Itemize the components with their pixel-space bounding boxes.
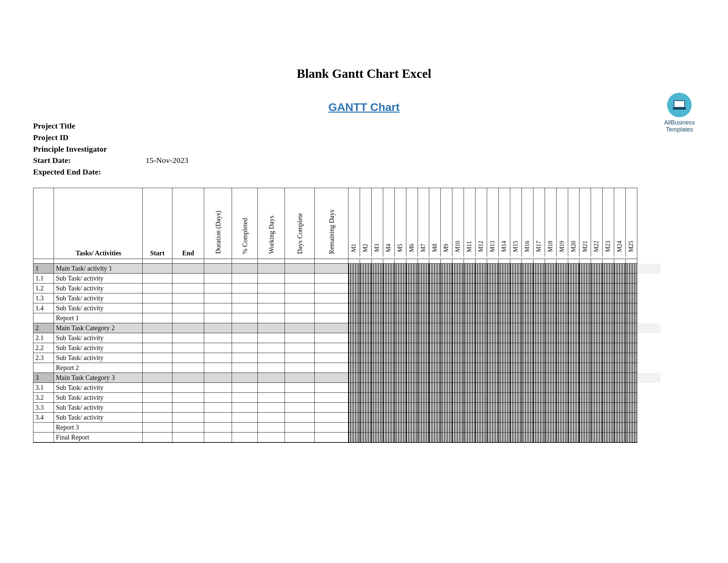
cell-dur	[204, 353, 232, 363]
cell-dc	[285, 413, 315, 423]
cell-task: Main Task Category 2	[54, 323, 143, 333]
cell-months	[348, 413, 637, 423]
cell-start	[143, 393, 172, 403]
cell-idx	[33, 363, 54, 373]
cell-dc	[285, 343, 315, 353]
task-row: 1.4Sub Task/ activity	[33, 304, 637, 313]
task-row: 3.2Sub Task/ activity	[33, 393, 637, 403]
cell-dc	[285, 433, 315, 443]
task-row: Report 2	[33, 363, 637, 373]
cell-pct	[232, 313, 258, 323]
hdr-month-m1: M1	[348, 188, 360, 257]
cell-idx: 2.1	[33, 333, 54, 343]
cell-dur	[204, 383, 232, 393]
row-overflow-shade	[637, 373, 660, 383]
cell-task	[54, 259, 143, 263]
hdr-duration: Duration (Days)	[204, 188, 232, 259]
cell-idx: 1.1	[33, 273, 54, 284]
cell-wrk	[258, 294, 285, 304]
hdr-month-m4: M4	[383, 188, 395, 257]
cell-months	[348, 273, 637, 284]
cell-end	[172, 273, 204, 284]
cell-start	[143, 403, 172, 413]
cell-rem	[315, 273, 348, 284]
cell-dc	[285, 313, 315, 323]
cell-dc	[285, 373, 315, 383]
task-row: Report 1	[33, 313, 637, 323]
cell-pct	[232, 383, 258, 393]
cell-end	[172, 403, 204, 413]
cell-idx: 2.3	[33, 353, 54, 363]
cell-idx: 1.4	[33, 304, 54, 313]
brand-name: AllBusinessTemplates	[664, 119, 695, 133]
cell-task: Sub Task/ activity	[54, 393, 143, 403]
cell-dur	[204, 333, 232, 343]
cell-task: Main Task Category 3	[54, 373, 143, 383]
cell-end	[172, 343, 204, 353]
cell-task: Report 1	[54, 313, 143, 323]
cell-dur	[204, 363, 232, 373]
cell-dc	[285, 353, 315, 363]
cell-pct	[232, 393, 258, 403]
task-row: 1Main Task/ activity 1	[33, 263, 637, 273]
cell-idx: 1.3	[33, 294, 54, 304]
cell-months	[348, 294, 637, 304]
cell-rem	[315, 383, 348, 393]
cell-pct	[232, 273, 258, 284]
cell-wrk	[258, 433, 285, 443]
hdr-month-m12: M12	[476, 188, 487, 257]
cell-pct	[232, 363, 258, 373]
hdr-month-m23: M23	[603, 188, 614, 257]
task-row: 2.3Sub Task/ activity	[33, 353, 637, 363]
cell-wrk	[258, 353, 285, 363]
hdr-month-m22: M22	[591, 188, 603, 257]
cell-task: Main Task/ activity 1	[54, 263, 143, 273]
cell-dur	[204, 393, 232, 403]
task-row: 3.4Sub Task/ activity	[33, 413, 637, 423]
cell-dc	[285, 363, 315, 373]
task-row: 3.3Sub Task/ activity	[33, 403, 637, 413]
cell-idx: 3	[33, 373, 54, 383]
cell-wrk	[258, 403, 285, 413]
cell-wrk	[258, 343, 285, 353]
hdr-month-m17: M17	[533, 188, 545, 257]
cell-start	[143, 433, 172, 443]
cell-dur	[204, 273, 232, 284]
cell-months	[348, 304, 637, 313]
cell-dc	[285, 323, 315, 333]
cell-idx: 3.1	[33, 383, 54, 393]
cell-pct	[232, 333, 258, 343]
cell-task: Report 2	[54, 363, 143, 373]
cell-task: Report 3	[54, 423, 143, 433]
cell-task: Sub Task/ activity	[54, 383, 143, 393]
cell-wrk	[258, 323, 285, 333]
cell-end	[172, 363, 204, 373]
cell-months	[348, 284, 637, 294]
cell-dur	[204, 294, 232, 304]
gantt-chart-link[interactable]: GANTT Chart	[328, 101, 399, 114]
cell-start	[143, 363, 172, 373]
row-overflow-shade	[637, 323, 660, 333]
cell-rem	[315, 373, 348, 383]
cell-task: Sub Task/ activity	[54, 294, 143, 304]
cell-dc	[285, 403, 315, 413]
cell-dur	[204, 304, 232, 313]
meta-project-title-label: Project Title	[33, 120, 146, 132]
hdr-start: Start	[143, 188, 172, 259]
cell-pct	[232, 263, 258, 273]
meta-project-id-label: Project ID	[33, 132, 146, 143]
cell-idx: 2.2	[33, 343, 54, 353]
cell-rem	[315, 294, 348, 304]
spacer-row	[33, 259, 637, 263]
cell-pct	[232, 343, 258, 353]
cell-end	[172, 383, 204, 393]
cell-dur	[204, 323, 232, 333]
cell-dc	[285, 333, 315, 343]
cell-start	[143, 304, 172, 313]
hdr-month-m2: M2	[360, 188, 372, 257]
hdr-working: Working Days	[258, 188, 285, 259]
cell-idx: 3.3	[33, 403, 54, 413]
cell-dur	[204, 284, 232, 294]
project-metadata: Project Title Project ID Principle Inves…	[33, 120, 695, 178]
cell-idx	[33, 423, 54, 433]
